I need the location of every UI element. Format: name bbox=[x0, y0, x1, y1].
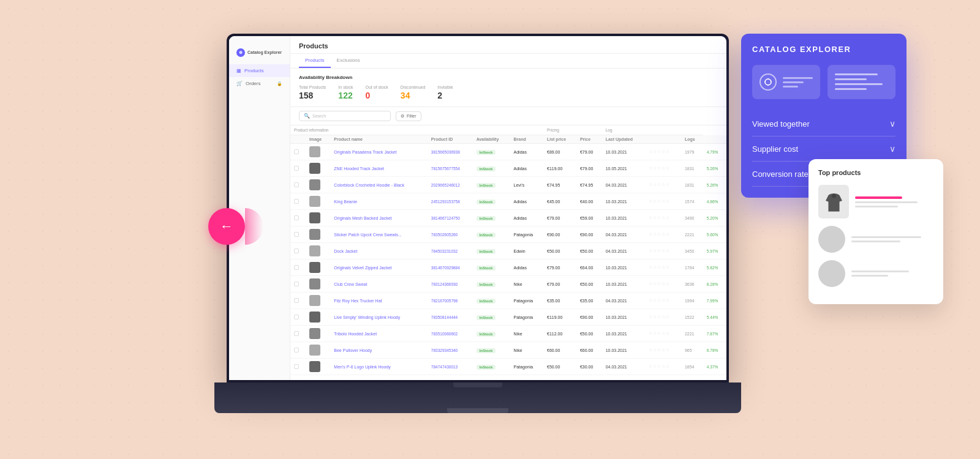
table-row[interactable]: Men's P-6 Logo Uplink Hoody 784747430013… bbox=[290, 359, 726, 375]
row-checkbox[interactable] bbox=[290, 160, 306, 177]
search-placeholder: Search bbox=[312, 114, 326, 118]
row-status: InStock bbox=[473, 293, 510, 309]
row-conversion: 5.60% bbox=[703, 226, 726, 243]
top-product-3 bbox=[818, 260, 933, 287]
top-product-line-2b bbox=[851, 241, 900, 242]
row-updated: 04.03.2021 bbox=[602, 293, 645, 309]
table-row[interactable]: Originals Velvet Zipped Jacket 381467092… bbox=[290, 259, 726, 276]
stat-discontinued: Discontinued 34 bbox=[401, 85, 425, 100]
row-name: Dock Jacket bbox=[330, 243, 428, 259]
row-name: Originals Velvet Zipped Jacket bbox=[330, 259, 428, 276]
row-image bbox=[306, 243, 330, 259]
row-price: €64.00 bbox=[576, 259, 602, 276]
row-status: InStock bbox=[473, 144, 510, 160]
row-checkbox[interactable] bbox=[290, 210, 306, 226]
row-image bbox=[306, 359, 330, 375]
row-stars: ☆☆☆☆☆ bbox=[645, 276, 681, 293]
row-logs: 1522 bbox=[681, 309, 703, 326]
row-checkbox[interactable] bbox=[290, 326, 306, 342]
row-checkbox[interactable] bbox=[290, 342, 306, 359]
accordion-supplier-cost[interactable]: Supplier cost ∨ bbox=[752, 136, 895, 162]
row-brand: Nike bbox=[510, 326, 543, 342]
sidebar-orders-label: Orders bbox=[246, 81, 260, 86]
table-row[interactable]: Sticker Patch Upcot Crew Sweats... 78350… bbox=[290, 226, 726, 243]
row-stars: ☆☆☆☆☆ bbox=[645, 144, 681, 160]
search-box[interactable]: 🔍 Search bbox=[299, 111, 391, 121]
row-listprice: €119.00 bbox=[543, 309, 576, 326]
row-conversion: 8.28% bbox=[703, 276, 726, 293]
table-row[interactable]: Dock Jacket 784503231032 InStock Edwin €… bbox=[290, 243, 726, 259]
row-image bbox=[306, 160, 330, 177]
row-price: €90.00 bbox=[576, 226, 602, 243]
catalog-line-w-3 bbox=[835, 83, 883, 85]
row-listprice: €50.00 bbox=[543, 243, 576, 259]
catalog-card-2[interactable] bbox=[827, 65, 895, 99]
top-product-info-3 bbox=[851, 271, 933, 277]
th-image: Image bbox=[306, 135, 330, 144]
table-row[interactable]: Club Crew Sweat 783124366930 InStock Nik… bbox=[290, 276, 726, 293]
th-name: Product name bbox=[330, 135, 428, 144]
table-row[interactable]: Live Simply' Winding Uplink Hoody 783508… bbox=[290, 309, 726, 326]
row-logs: 1764 bbox=[681, 259, 703, 276]
table-row[interactable]: King Beanie 2451293153758 InStock Adidas… bbox=[290, 193, 726, 210]
row-checkbox[interactable] bbox=[290, 243, 306, 259]
stat-discontinued-value: 34 bbox=[401, 91, 425, 100]
row-brand: Edwin bbox=[510, 243, 543, 259]
back-button[interactable]: ← bbox=[208, 208, 245, 245]
sidebar-logo: ⊕ Catalog Explorer bbox=[229, 43, 290, 64]
sidebar-item-orders[interactable]: 🛒 Orders 🔒 bbox=[229, 77, 290, 90]
row-price: €79.00 bbox=[576, 144, 602, 160]
catalog-line-3 bbox=[783, 86, 798, 88]
row-stars: ☆☆☆☆☆ bbox=[645, 326, 681, 342]
row-checkbox[interactable] bbox=[290, 177, 306, 193]
row-checkbox[interactable] bbox=[290, 293, 306, 309]
row-checkbox[interactable] bbox=[290, 193, 306, 210]
sidebar-item-products[interactable]: ▦ Products bbox=[229, 64, 290, 77]
catalog-card-1[interactable] bbox=[752, 65, 820, 99]
row-name: Colorblock Crocheted Hoodie - Black bbox=[330, 177, 428, 193]
table-row[interactable]: Originals Pasadena Track Jacket 38156650… bbox=[290, 144, 726, 160]
catalog-lines-1 bbox=[783, 77, 813, 88]
th-brand: Brand bbox=[510, 135, 543, 144]
row-id: 7815675677554 bbox=[428, 160, 473, 177]
accordion-viewed-together[interactable]: Viewed together ∨ bbox=[752, 111, 895, 136]
row-conversion: 7.87% bbox=[703, 326, 726, 342]
th-checkbox bbox=[290, 135, 306, 144]
table-row[interactable]: Bee Pullover Hoody 783329345340 InStock … bbox=[290, 342, 726, 359]
row-image bbox=[306, 144, 330, 160]
row-logs: 1831 bbox=[681, 160, 703, 177]
tab-products[interactable]: Products bbox=[299, 54, 331, 68]
row-status: InStock bbox=[473, 160, 510, 177]
row-status: InStock bbox=[473, 243, 510, 259]
row-listprice: €74.95 bbox=[543, 177, 576, 193]
stat-invisible-value: 2 bbox=[437, 91, 453, 100]
row-listprice: €35.00 bbox=[543, 293, 576, 309]
tab-exclusions[interactable]: Exclusions bbox=[331, 54, 366, 68]
row-id: 784747430013 bbox=[428, 359, 473, 375]
top-products-title: Top products bbox=[818, 169, 933, 176]
row-conversion: 4.86% bbox=[703, 193, 726, 210]
row-checkbox[interactable] bbox=[290, 276, 306, 293]
filter-button[interactable]: ⚙ Filter bbox=[396, 111, 421, 121]
th-price: Price bbox=[576, 135, 602, 144]
row-updated: 10.05.2021 bbox=[602, 160, 645, 177]
table-row[interactable]: Fitz Roy Hex Trucker Hat 782167005798 In… bbox=[290, 293, 726, 309]
table-row[interactable]: Originals Mesh Backed Jacket 38146671247… bbox=[290, 210, 726, 226]
th-conversion bbox=[703, 135, 726, 144]
row-image bbox=[306, 309, 330, 326]
table-row[interactable]: Colorblock Crocheted Hoodie - Black 2029… bbox=[290, 177, 726, 193]
row-conversion: 5.82% bbox=[703, 259, 726, 276]
row-checkbox[interactable] bbox=[290, 309, 306, 326]
row-checkbox[interactable] bbox=[290, 144, 306, 160]
table-row[interactable]: ZNE Hooded Track Jacket 7815675677554 In… bbox=[290, 160, 726, 177]
row-checkbox[interactable] bbox=[290, 226, 306, 243]
row-stars: ☆☆☆☆☆ bbox=[645, 193, 681, 210]
row-image bbox=[306, 342, 330, 359]
row-checkbox[interactable] bbox=[290, 359, 306, 375]
table-row[interactable]: Tribolo Hooded Jacket 783510060602 InSto… bbox=[290, 326, 726, 342]
app-title: Catalog Explorer bbox=[247, 50, 282, 55]
row-checkbox[interactable] bbox=[290, 259, 306, 276]
col-group-product-info: Product information bbox=[290, 125, 543, 135]
row-updated: 10.03.2021 bbox=[602, 193, 645, 210]
stat-total-label: Total Products bbox=[299, 85, 326, 89]
